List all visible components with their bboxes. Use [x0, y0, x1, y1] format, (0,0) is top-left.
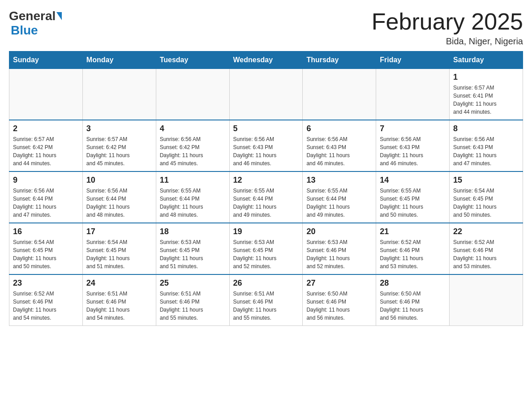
day-number: 17 [86, 227, 152, 236]
day-info: Sunrise: 6:56 AM Sunset: 6:42 PM Dayligh… [160, 135, 226, 167]
day-number: 28 [380, 278, 446, 288]
calendar-header-saturday: Saturday [450, 51, 523, 69]
calendar-day-cell: 2Sunrise: 6:57 AM Sunset: 6:42 PM Daylig… [9, 120, 83, 171]
calendar-day-cell: 14Sunrise: 6:55 AM Sunset: 6:45 PM Dayli… [376, 171, 450, 223]
day-number: 24 [86, 278, 152, 288]
day-info: Sunrise: 6:55 AM Sunset: 6:44 PM Dayligh… [160, 187, 226, 219]
day-info: Sunrise: 6:52 AM Sunset: 6:46 PM Dayligh… [13, 290, 79, 322]
day-info: Sunrise: 6:56 AM Sunset: 6:44 PM Dayligh… [86, 187, 152, 219]
day-info: Sunrise: 6:53 AM Sunset: 6:46 PM Dayligh… [306, 238, 372, 270]
calendar-day-cell: 3Sunrise: 6:57 AM Sunset: 6:42 PM Daylig… [82, 120, 156, 171]
day-number: 4 [160, 124, 226, 133]
calendar-day-cell: 26Sunrise: 6:51 AM Sunset: 6:46 PM Dayli… [229, 274, 303, 326]
calendar-day-cell: 12Sunrise: 6:55 AM Sunset: 6:44 PM Dayli… [229, 171, 303, 223]
calendar-week-row: 23Sunrise: 6:52 AM Sunset: 6:46 PM Dayli… [9, 274, 523, 326]
page-header: General Blue February 2025 Bida, Niger, … [9, 9, 523, 47]
day-number: 10 [86, 176, 152, 185]
day-number: 27 [306, 278, 372, 288]
month-title: February 2025 [372, 9, 523, 34]
day-number: 25 [160, 278, 226, 288]
calendar-day-cell: 5Sunrise: 6:56 AM Sunset: 6:43 PM Daylig… [229, 120, 303, 171]
calendar-day-cell: 11Sunrise: 6:55 AM Sunset: 6:44 PM Dayli… [156, 171, 229, 223]
calendar-day-cell: 15Sunrise: 6:54 AM Sunset: 6:45 PM Dayli… [450, 171, 523, 223]
logo-general-text: General [9, 9, 56, 23]
calendar-day-cell: 13Sunrise: 6:55 AM Sunset: 6:44 PM Dayli… [303, 171, 376, 223]
day-info: Sunrise: 6:52 AM Sunset: 6:46 PM Dayligh… [380, 238, 446, 270]
day-info: Sunrise: 6:53 AM Sunset: 6:45 PM Dayligh… [160, 238, 226, 270]
location-text: Bida, Niger, Nigeria [372, 36, 523, 47]
day-info: Sunrise: 6:51 AM Sunset: 6:46 PM Dayligh… [233, 290, 299, 322]
day-info: Sunrise: 6:54 AM Sunset: 6:45 PM Dayligh… [453, 187, 519, 219]
calendar-day-cell: 23Sunrise: 6:52 AM Sunset: 6:46 PM Dayli… [9, 274, 83, 326]
day-info: Sunrise: 6:57 AM Sunset: 6:42 PM Dayligh… [86, 135, 152, 167]
logo-text: General [9, 9, 62, 23]
day-info: Sunrise: 6:55 AM Sunset: 6:44 PM Dayligh… [233, 187, 299, 219]
calendar-day-cell [82, 69, 156, 120]
day-number: 19 [233, 227, 299, 236]
day-info: Sunrise: 6:56 AM Sunset: 6:43 PM Dayligh… [380, 135, 446, 167]
logo-arrow-icon [56, 12, 62, 20]
day-info: Sunrise: 6:56 AM Sunset: 6:43 PM Dayligh… [306, 135, 372, 167]
calendar-day-cell: 1Sunrise: 6:57 AM Sunset: 6:41 PM Daylig… [450, 69, 523, 120]
calendar-week-row: 2Sunrise: 6:57 AM Sunset: 6:42 PM Daylig… [9, 120, 523, 171]
day-info: Sunrise: 6:55 AM Sunset: 6:44 PM Dayligh… [306, 187, 372, 219]
day-number: 18 [160, 227, 226, 236]
calendar-header-monday: Monday [82, 51, 156, 69]
calendar-day-cell: 16Sunrise: 6:54 AM Sunset: 6:45 PM Dayli… [9, 223, 83, 274]
day-number: 14 [380, 176, 446, 185]
calendar-day-cell [450, 274, 523, 326]
day-number: 15 [453, 176, 519, 185]
calendar-day-cell: 27Sunrise: 6:50 AM Sunset: 6:46 PM Dayli… [303, 274, 376, 326]
day-number: 1 [453, 73, 519, 82]
calendar-day-cell: 17Sunrise: 6:54 AM Sunset: 6:45 PM Dayli… [82, 223, 156, 274]
day-number: 23 [13, 278, 79, 288]
day-number: 13 [306, 176, 372, 185]
day-number: 5 [233, 124, 299, 133]
day-number: 8 [453, 124, 519, 133]
calendar-day-cell: 10Sunrise: 6:56 AM Sunset: 6:44 PM Dayli… [82, 171, 156, 223]
calendar-header-tuesday: Tuesday [156, 51, 229, 69]
day-info: Sunrise: 6:56 AM Sunset: 6:43 PM Dayligh… [453, 135, 519, 167]
calendar-header-row: SundayMondayTuesdayWednesdayThursdayFrid… [9, 51, 523, 69]
calendar-week-row: 1Sunrise: 6:57 AM Sunset: 6:41 PM Daylig… [9, 69, 523, 120]
day-number: 9 [13, 176, 79, 185]
calendar-day-cell: 19Sunrise: 6:53 AM Sunset: 6:45 PM Dayli… [229, 223, 303, 274]
day-info: Sunrise: 6:56 AM Sunset: 6:44 PM Dayligh… [13, 187, 79, 219]
calendar-day-cell: 20Sunrise: 6:53 AM Sunset: 6:46 PM Dayli… [303, 223, 376, 274]
day-info: Sunrise: 6:57 AM Sunset: 6:42 PM Dayligh… [13, 135, 79, 167]
calendar-header-thursday: Thursday [303, 51, 376, 69]
calendar-day-cell: 28Sunrise: 6:50 AM Sunset: 6:46 PM Dayli… [376, 274, 450, 326]
calendar-header-friday: Friday [376, 51, 450, 69]
title-section: February 2025 Bida, Niger, Nigeria [372, 9, 523, 47]
day-number: 11 [160, 176, 226, 185]
day-number: 2 [13, 124, 79, 133]
calendar-day-cell: 6Sunrise: 6:56 AM Sunset: 6:43 PM Daylig… [303, 120, 376, 171]
day-info: Sunrise: 6:50 AM Sunset: 6:46 PM Dayligh… [380, 290, 446, 322]
day-number: 12 [233, 176, 299, 185]
day-info: Sunrise: 6:55 AM Sunset: 6:45 PM Dayligh… [380, 187, 446, 219]
calendar-day-cell: 22Sunrise: 6:52 AM Sunset: 6:46 PM Dayli… [450, 223, 523, 274]
day-number: 6 [306, 124, 372, 133]
day-info: Sunrise: 6:56 AM Sunset: 6:43 PM Dayligh… [233, 135, 299, 167]
calendar-table: SundayMondayTuesdayWednesdayThursdayFrid… [9, 51, 523, 326]
calendar-day-cell: 21Sunrise: 6:52 AM Sunset: 6:46 PM Dayli… [376, 223, 450, 274]
calendar-week-row: 9Sunrise: 6:56 AM Sunset: 6:44 PM Daylig… [9, 171, 523, 223]
calendar-day-cell [376, 69, 450, 120]
day-number: 26 [233, 278, 299, 288]
day-info: Sunrise: 6:50 AM Sunset: 6:46 PM Dayligh… [306, 290, 372, 322]
logo: General Blue [9, 9, 62, 38]
day-number: 3 [86, 124, 152, 133]
calendar-day-cell [303, 69, 376, 120]
day-info: Sunrise: 6:51 AM Sunset: 6:46 PM Dayligh… [160, 290, 226, 322]
day-info: Sunrise: 6:54 AM Sunset: 6:45 PM Dayligh… [13, 238, 79, 270]
calendar-day-cell: 8Sunrise: 6:56 AM Sunset: 6:43 PM Daylig… [450, 120, 523, 171]
calendar-day-cell: 4Sunrise: 6:56 AM Sunset: 6:42 PM Daylig… [156, 120, 229, 171]
calendar-day-cell [229, 69, 303, 120]
calendar-week-row: 16Sunrise: 6:54 AM Sunset: 6:45 PM Dayli… [9, 223, 523, 274]
calendar-day-cell: 7Sunrise: 6:56 AM Sunset: 6:43 PM Daylig… [376, 120, 450, 171]
day-info: Sunrise: 6:51 AM Sunset: 6:46 PM Dayligh… [86, 290, 152, 322]
day-info: Sunrise: 6:54 AM Sunset: 6:45 PM Dayligh… [86, 238, 152, 270]
day-info: Sunrise: 6:53 AM Sunset: 6:45 PM Dayligh… [233, 238, 299, 270]
logo-blue-text: Blue [11, 23, 38, 38]
calendar-day-cell: 9Sunrise: 6:56 AM Sunset: 6:44 PM Daylig… [9, 171, 83, 223]
